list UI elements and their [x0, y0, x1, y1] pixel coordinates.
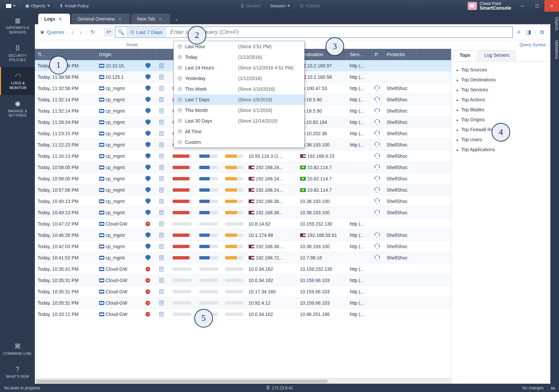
- nav-manage[interactable]: ✺MANAGE & SETTINGS: [0, 95, 35, 123]
- leftnav: ≣GATEWAYS & SERVERS⠿SECURITY POLICIES◠LO…: [0, 12, 35, 384]
- tab-log-servers[interactable]: Log Servers: [478, 50, 515, 61]
- table-row[interactable]: Today, 10:46:26 PM cp_mgmt10.1.174.98 19…: [35, 230, 451, 241]
- window-close[interactable]: ✕: [544, 0, 559, 12]
- tops-item[interactable]: Top Actions: [453, 95, 548, 105]
- tops-item[interactable]: Top Sources: [453, 65, 548, 75]
- time-range-option[interactable]: All Time: [174, 126, 304, 137]
- table-row[interactable]: Today, 11:10:13 PM cp_mgmt10.55.118.3 (1…: [35, 150, 451, 162]
- tops-item[interactable]: Top Applications: [453, 145, 548, 154]
- gateway-icon: [99, 64, 104, 68]
- tab-tops[interactable]: Tops: [453, 50, 477, 61]
- table-row[interactable]: Today, 10:35:31 PM Cloud-GW━10.92.4.1210…: [35, 297, 451, 309]
- log-icon: [159, 244, 163, 249]
- gateway-icon: [99, 312, 104, 316]
- col-time[interactable]: Ti...: [35, 49, 96, 60]
- objects-menu[interactable]: ▣Objects: [22, 0, 53, 12]
- table-row[interactable]: Today, 10:35:31 PM Cloud-GW━10.0.34.1621…: [35, 275, 451, 286]
- table-row[interactable]: Today, 10:35:41 PM Cloud-GW━10.0.34.1621…: [35, 263, 451, 275]
- install-policy-button[interactable]: ⬇Install Policy: [56, 0, 92, 12]
- close-icon[interactable]: ✕: [158, 17, 162, 22]
- new-tab-button[interactable]: ＋: [171, 15, 181, 24]
- nav-forward[interactable]: ›: [77, 28, 84, 36]
- nav-security[interactable]: ⠿SECURITY POLICIES: [0, 40, 35, 67]
- option-hint: (Since 1/1/2016): [238, 108, 272, 113]
- table-row[interactable]: Today, 10:49:13 PM cp_mgmt 192.168.38...…: [35, 196, 451, 207]
- nav-whatsnew[interactable]: ?WHAT'S NEW: [0, 360, 35, 384]
- brand-logo-icon: [468, 2, 477, 10]
- tops-item[interactable]: Top Services: [453, 85, 548, 95]
- discard-button[interactable]: 🗑Discard: [237, 0, 264, 12]
- query-syntax-link[interactable]: Query Syntax: [519, 42, 546, 47]
- close-icon[interactable]: ✕: [58, 17, 62, 22]
- shield-icon: [145, 255, 150, 260]
- search-input[interactable]: [169, 27, 512, 38]
- col-protection[interactable]: Protectio: [384, 49, 417, 60]
- annotation-3: 3: [326, 37, 344, 56]
- rail-validations[interactable]: Validations: [550, 38, 559, 61]
- nav-logs[interactable]: ◠LOGS & MONITOR: [0, 67, 35, 95]
- queries-link[interactable]: Queries: [47, 29, 64, 35]
- refresh-button[interactable]: ↻: [89, 29, 97, 35]
- view-list-icon[interactable]: ≡: [515, 28, 523, 36]
- time-range-option[interactable]: Last 30 Days(Since 12/14/2015): [174, 116, 304, 126]
- tab-logs[interactable]: Logs✕: [38, 14, 70, 24]
- time-range-dropdown: Last Hour(Since 3:51 PM)Today(1/13/2016)…: [173, 41, 305, 148]
- log-icon: [159, 301, 163, 305]
- gateways-icon: ≣: [13, 16, 23, 24]
- window-minimize[interactable]: —: [515, 0, 530, 12]
- time-range-option[interactable]: This Month(Since 1/1/2016): [174, 105, 304, 116]
- grid-hscroll[interactable]: [35, 378, 451, 384]
- titlebar: ▣Objects ⬇Install Policy 🗑Discard Sessio…: [0, 0, 559, 12]
- right-panel-tabs: Tops Log Servers: [453, 50, 548, 61]
- col-origin[interactable]: Origin: [96, 49, 143, 60]
- col-blade[interactable]: [143, 49, 157, 60]
- tops-item[interactable]: Top Blades: [453, 105, 548, 115]
- gateway-icon: [99, 109, 104, 113]
- tab-new-tab[interactable]: New Tab✕: [131, 14, 170, 24]
- app-menu[interactable]: [3, 0, 19, 12]
- rail-objects[interactable]: Objects: [550, 15, 559, 33]
- tops-item[interactable]: Top Destinations: [453, 75, 548, 85]
- view-detail-icon[interactable]: ◨: [525, 28, 533, 36]
- table-row[interactable]: Today, 10:58:05 PM cp_mgmt 192.168.24...…: [35, 173, 451, 184]
- table-row[interactable]: Today, 10:57:56 PM cp_mgmt 192.168.24...…: [35, 184, 451, 196]
- case-toggle[interactable]: Cᴬ: [104, 28, 113, 36]
- protection-icon: [375, 244, 380, 249]
- tab-general-overview[interactable]: General Overview✕: [71, 14, 130, 24]
- publish-button[interactable]: ⦿Publish: [296, 0, 323, 12]
- table-row[interactable]: Today, 10:47:22 PM Cloud-GW━10.8.14.6210…: [35, 218, 451, 230]
- time-range-option[interactable]: Last 24 Hours(Since 1/12/2016 4:51 PM): [174, 62, 304, 73]
- gateway-icon: [99, 199, 104, 203]
- close-icon[interactable]: ✕: [118, 17, 122, 22]
- clock-icon: [178, 98, 182, 102]
- log-icon: [159, 109, 163, 113]
- right-rail: Objects Validations: [550, 12, 559, 384]
- table-row[interactable]: Today, 10:35:31 PM Cloud-GW━10.17.34.160…: [35, 286, 451, 297]
- time-range-option[interactable]: Last 7 Days(Since 1/6/2016): [174, 94, 304, 105]
- time-range-option[interactable]: This Week(Since 1/10/2016): [174, 84, 304, 94]
- time-range-option[interactable]: Yesterday(1/12/2016): [174, 73, 304, 84]
- gateway-icon: [99, 75, 104, 79]
- window-maximize[interactable]: ☐: [530, 0, 544, 12]
- option-hint: (Since 1/10/2016): [238, 86, 275, 92]
- col-service[interactable]: Serv...: [347, 49, 372, 60]
- popout-icon[interactable]: ⧉: [538, 28, 546, 36]
- table-row[interactable]: Today, 10:58:05 PM cp_mgmt 192.168.24...…: [35, 162, 451, 173]
- clock-icon: [178, 76, 182, 80]
- nav-back[interactable]: ‹: [69, 28, 76, 36]
- log-icon: [159, 199, 163, 204]
- shield-icon: [145, 74, 150, 80]
- col-p[interactable]: P.: [372, 49, 384, 60]
- table-row[interactable]: Today, 10:49:13 PM cp_mgmt 192.168.38...…: [35, 207, 451, 218]
- nav-cmd[interactable]: ⌘COMMAND LINE: [0, 338, 35, 361]
- log-icon: [159, 233, 163, 238]
- time-range-option[interactable]: Custom: [174, 137, 304, 147]
- table-row[interactable]: Today, 10:42:03 PM cp_mgmt 192.168.38...…: [35, 241, 451, 252]
- time-range-option[interactable]: Today(1/13/2016): [174, 52, 304, 62]
- session-menu[interactable]: Session: [267, 0, 293, 12]
- col-action[interactable]: [157, 49, 170, 60]
- table-row[interactable]: Today, 10:41:52 PM cp_mgmt 192.168.72...…: [35, 252, 451, 263]
- nav-gateways[interactable]: ≣GATEWAYS & SERVERS: [0, 12, 35, 40]
- table-row[interactable]: Today, 10:33:11 PM Cloud-GW━10.0.34.1621…: [35, 309, 451, 320]
- time-range-chip[interactable]: Last 7 Days: [127, 28, 166, 37]
